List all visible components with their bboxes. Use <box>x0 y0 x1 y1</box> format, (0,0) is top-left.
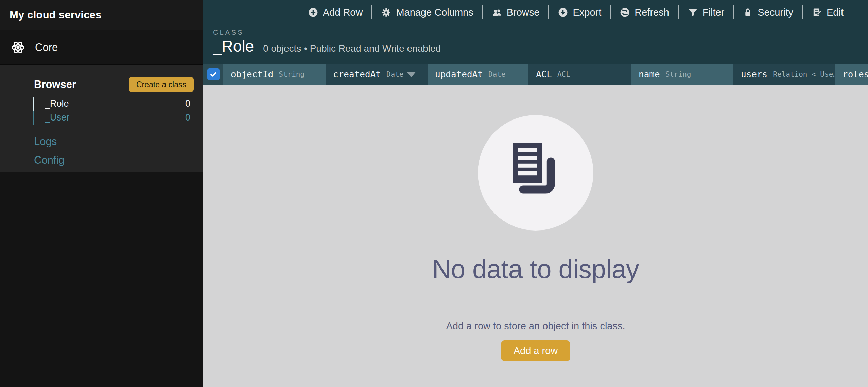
table-header: objectId String createdAt Date updatedAt… <box>203 64 868 85</box>
atom-icon <box>10 39 26 56</box>
check-icon <box>209 70 218 78</box>
toolbar-separator <box>610 5 611 19</box>
sidebar-item-core[interactable]: Core <box>0 30 203 64</box>
data-browser-empty-area: No data to display Add a row to store an… <box>203 85 868 387</box>
sidebar-empty-area <box>0 172 203 387</box>
security-button[interactable]: Security <box>743 7 793 18</box>
browse-people-icon <box>492 7 502 18</box>
toolbar-separator <box>802 5 803 19</box>
manage-columns-button[interactable]: Manage Columns <box>381 7 473 18</box>
column-header-name[interactable]: name String <box>631 64 733 85</box>
toolbar-separator <box>678 5 679 19</box>
toolbar-separator <box>548 5 549 19</box>
security-lock-icon <box>743 7 753 18</box>
parse-dashboard-app: My cloud services Core Browser Create a … <box>0 0 868 387</box>
class-list: _Role 0 _User 0 <box>0 97 203 125</box>
app-title: My cloud services <box>10 9 101 21</box>
empty-state-subtitle: Add a row to store an object in this cla… <box>446 320 625 332</box>
filter-funnel-icon <box>688 7 698 18</box>
sidebar-header: My cloud services <box>0 0 203 30</box>
export-button[interactable]: Export <box>558 7 601 18</box>
filter-button[interactable]: Filter <box>688 7 724 18</box>
manage-columns-gear-icon <box>381 7 392 18</box>
sort-desc-icon[interactable] <box>406 72 416 77</box>
class-label: _User <box>45 112 69 123</box>
sidebar-links: Logs Config <box>0 132 203 169</box>
toolbar-separator <box>482 5 483 19</box>
sidebar-class-role[interactable]: _Role 0 <box>33 97 203 111</box>
class-meta: 0 objects • Public Read and Write enable… <box>263 43 441 54</box>
browse-button[interactable]: Browse <box>492 7 540 18</box>
toolbar-separator <box>733 5 734 19</box>
refresh-icon <box>620 7 630 18</box>
column-header-users[interactable]: users Relation <_Use… <box>733 64 835 85</box>
edit-button[interactable]: Edit <box>812 7 844 18</box>
refresh-button[interactable]: Refresh <box>620 7 669 18</box>
sidebar-class-user[interactable]: _User 0 <box>33 111 203 125</box>
sidebar-item-config[interactable]: Config <box>0 151 203 169</box>
select-all-cell <box>203 64 223 85</box>
add-row-icon <box>308 7 318 18</box>
documents-icon <box>508 143 563 203</box>
class-eyebrow: CLASS <box>213 29 868 36</box>
class-count: 0 <box>185 112 190 123</box>
class-count: 0 <box>185 98 190 109</box>
class-title: _Role <box>213 37 254 55</box>
main-panel: Add Row Manage Columns <box>203 0 868 387</box>
browser-toolbar: Add Row Manage Columns <box>203 0 868 24</box>
select-all-checkbox[interactable] <box>207 68 220 80</box>
column-header-objectid[interactable]: objectId String <box>223 64 326 85</box>
column-header-acl[interactable]: ACL ACL <box>528 64 631 85</box>
browser-heading: Browser <box>34 78 76 91</box>
column-header-updatedat[interactable]: updatedAt Date <box>428 64 528 85</box>
column-header-roles[interactable]: roles <box>835 64 868 85</box>
add-a-row-button[interactable]: Add a row <box>501 340 571 361</box>
class-label: _Role <box>45 98 69 109</box>
toolbar-separator <box>371 5 372 19</box>
edit-icon <box>812 7 822 18</box>
column-header-createdat[interactable]: createdAt Date <box>326 64 428 85</box>
add-row-menu-button[interactable]: Add Row <box>308 7 363 18</box>
core-label: Core <box>35 41 58 54</box>
create-class-button[interactable]: Create a class <box>129 77 194 92</box>
sidebar-browser-section: Browser Create a class _Role 0 _User 0 L… <box>0 64 203 172</box>
sidebar-item-logs[interactable]: Logs <box>0 132 203 151</box>
export-download-icon <box>558 7 568 18</box>
empty-state-badge <box>478 115 593 231</box>
empty-state-title: No data to display <box>432 254 639 284</box>
sidebar: My cloud services Core Browser Create a … <box>0 0 203 387</box>
class-header: CLASS _Role 0 objects • Public Read and … <box>203 24 868 64</box>
